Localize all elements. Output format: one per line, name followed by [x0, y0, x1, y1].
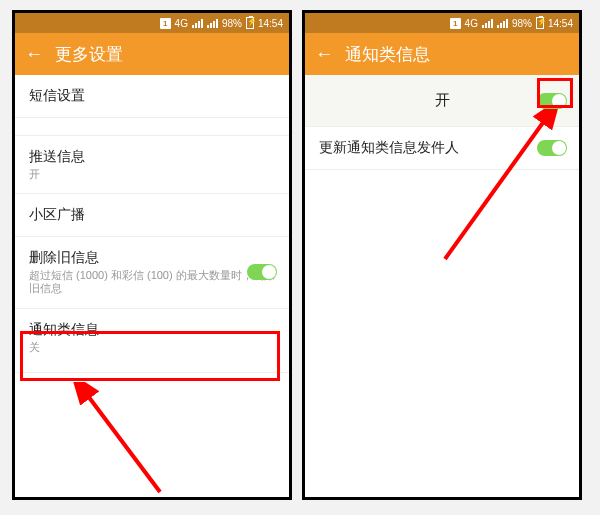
back-icon[interactable]: ←: [315, 44, 333, 65]
settings-list: 开 更新通知类信息发件人: [305, 75, 579, 170]
row-subtitle: 关: [29, 341, 275, 354]
row-title: 开: [319, 91, 565, 110]
settings-list: 短信设置 推送信息 开 小区广播 删除旧信息 超过短信 (1000) 和彩信 (…: [15, 75, 289, 373]
phone-left: 1 4G 98% 14:54 ← 更多设置 短信设置 推送信息 开 小区广播 删…: [12, 10, 292, 500]
app-bar: ← 通知类信息: [305, 33, 579, 75]
row-title: 通知类信息: [29, 321, 275, 339]
toggle-on[interactable]: [537, 93, 567, 109]
row-on[interactable]: 开: [305, 75, 579, 127]
row-push-info[interactable]: 推送信息 开: [15, 136, 289, 194]
toggle-delete-old[interactable]: [247, 264, 277, 280]
phone-right: 1 4G 98% 14:54 ← 通知类信息 开 更新通知类信息发件人: [302, 10, 582, 500]
sim-icon: 1: [160, 18, 171, 29]
clock-label: 14:54: [258, 18, 283, 29]
row-cell-broadcast[interactable]: 小区广播: [15, 194, 289, 237]
row-subtitle: 开: [29, 168, 275, 181]
signal-icon: [207, 18, 218, 28]
sim-icon: 1: [450, 18, 461, 29]
battery-icon: [246, 17, 254, 29]
clock-label: 14:54: [548, 18, 573, 29]
battery-label: 98%: [222, 18, 242, 29]
page-title: 通知类信息: [345, 43, 430, 66]
row-sms-settings[interactable]: 短信设置: [15, 75, 289, 118]
row-update-senders[interactable]: 更新通知类信息发件人: [305, 127, 579, 170]
page-title: 更多设置: [55, 43, 123, 66]
status-bar: 1 4G 98% 14:54: [15, 13, 289, 33]
annotation-arrow-icon: [70, 382, 180, 500]
row-delete-old[interactable]: 删除旧信息 超过短信 (1000) 和彩信 (100) 的最大数量时，删除旧信息: [15, 237, 289, 308]
row-notification-info[interactable]: 通知类信息 关: [15, 309, 289, 373]
app-bar: ← 更多设置: [15, 33, 289, 75]
signal-icon: [192, 18, 203, 28]
battery-label: 98%: [512, 18, 532, 29]
svg-line-0: [85, 392, 160, 492]
back-icon[interactable]: ←: [25, 44, 43, 65]
signal-icon: [482, 18, 493, 28]
battery-icon: [536, 17, 544, 29]
row-title: 更新通知类信息发件人: [319, 139, 565, 157]
network-label: 4G: [175, 18, 188, 29]
row-title: 删除旧信息: [29, 249, 275, 267]
status-bar: 1 4G 98% 14:54: [305, 13, 579, 33]
section-gap: [15, 118, 289, 136]
row-title: 短信设置: [29, 87, 275, 105]
row-title: 小区广播: [29, 206, 275, 224]
signal-icon: [497, 18, 508, 28]
network-label: 4G: [465, 18, 478, 29]
toggle-update-senders[interactable]: [537, 140, 567, 156]
row-title: 推送信息: [29, 148, 275, 166]
row-subtitle: 超过短信 (1000) 和彩信 (100) 的最大数量时，删除旧信息: [29, 269, 275, 295]
